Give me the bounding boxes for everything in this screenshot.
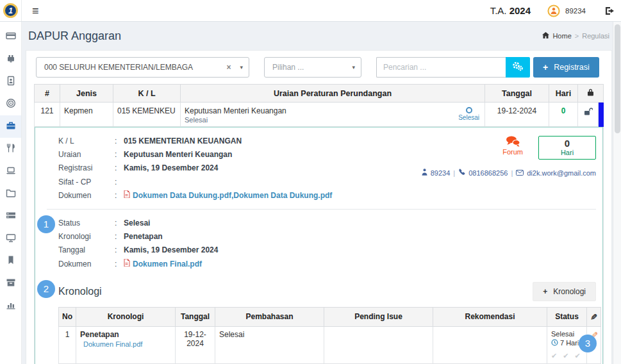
kcol-pembahasan: Pembahasan xyxy=(215,307,324,326)
sidebar-item-laptop[interactable] xyxy=(0,160,21,183)
field-value: Keputusan Menteri Keuangan xyxy=(115,149,232,160)
kcol-tanggal: Tanggal xyxy=(176,307,215,326)
col-jenis: Jenis xyxy=(60,85,113,103)
fiscal-year: T.A. 2024 xyxy=(490,5,531,16)
sidebar-item-file-user[interactable] xyxy=(0,70,21,93)
clock-icon xyxy=(551,339,558,347)
regulasi-table: # Jenis K / L Uraian Peraturan Perundang… xyxy=(34,84,604,364)
chevron-down-icon xyxy=(352,64,355,70)
sidebar-item-monitor[interactable] xyxy=(0,228,21,250)
dokumen-link[interactable]: Dokumen Data Dukung.pdf,Dokumen Data Duk… xyxy=(133,190,332,201)
scrollbar-thumb[interactable] xyxy=(615,24,620,133)
table-header-row: # Jenis K / L Uraian Peraturan Perundang… xyxy=(35,85,604,103)
row-status-indicator: Selesai xyxy=(458,106,481,124)
gears-icon xyxy=(512,62,524,73)
pilihan-select[interactable]: Pilihan ... xyxy=(264,57,361,78)
content-card: 000 SELURUH KEMENTERIAN/LEMBAGA Pilihan … xyxy=(26,50,612,364)
k-nama: Penetapan xyxy=(80,330,119,339)
scrollbar[interactable] xyxy=(613,22,621,364)
sidebar-item-folder[interactable] xyxy=(0,183,21,205)
dokumen-final-link[interactable]: Dokumen Final.pdf xyxy=(133,259,202,269)
field-value: Dokumen Data Dukung.pdf,Dokumen Data Duk… xyxy=(115,190,332,201)
laptop-icon xyxy=(6,165,16,178)
field-value: Selesai xyxy=(115,218,150,228)
k-no: 1 xyxy=(59,326,76,363)
breadcrumb-separator: > xyxy=(575,32,579,40)
contact-separator: | xyxy=(511,169,513,177)
sidebar-item-archive[interactable] xyxy=(0,272,21,295)
lock-icon xyxy=(587,89,594,98)
detail-fields: K / L015 KEMENTERIAN KEUANGAN UraianKepu… xyxy=(58,136,397,204)
contact-separator: | xyxy=(453,169,455,177)
row-tanggal: 19-12-2024 xyxy=(485,103,549,127)
registrasi-button[interactable]: Registrasi xyxy=(533,57,599,78)
fiscal-year-value: 2024 xyxy=(509,5,531,16)
hari-label: Hari xyxy=(539,149,595,156)
user-coin-icon[interactable] xyxy=(547,4,560,17)
annotation-circle-1: 1 xyxy=(37,215,55,233)
app-logo[interactable]: 1 xyxy=(0,0,22,21)
k-rekomendasi xyxy=(433,326,547,363)
pilihan-select-placeholder: Pilihan ... xyxy=(272,63,304,72)
check-icon xyxy=(563,352,568,360)
row-jenis: Kepmen xyxy=(60,103,113,127)
sidebar-item-utensils[interactable] xyxy=(0,138,21,160)
briefcase-icon xyxy=(6,120,16,133)
main-content: DAPUR Anggaran Home > Regulasi 000 SELUR… xyxy=(22,22,621,364)
sidebar-item-bookmark[interactable] xyxy=(0,250,21,272)
contact-phone[interactable]: 0816868256 xyxy=(468,169,508,177)
sidebar-item-target[interactable] xyxy=(0,93,21,115)
table-row-121[interactable]: 121 Kepmen 015 KEMENKEU Keputusan Menter… xyxy=(35,103,604,127)
folder-icon xyxy=(6,188,16,201)
contact-email[interactable]: di2k.work@gmail.com xyxy=(527,169,596,177)
k-nama-cell: Penetapan Dokumen Final.pdf xyxy=(76,326,176,363)
forum-button[interactable]: Forum xyxy=(502,136,523,156)
sidebar xyxy=(0,22,22,364)
annotation-circle-2: 2 xyxy=(37,280,55,298)
k-status-cell: Selesai 7 Hari 3 xyxy=(547,326,587,363)
chart-bar-icon xyxy=(6,300,16,313)
utensils-icon xyxy=(6,143,16,156)
breadcrumb-current: Regulasi xyxy=(582,32,609,40)
sidebar-item-briefcase-active[interactable] xyxy=(0,115,21,138)
sidebar-item-list[interactable] xyxy=(0,205,21,228)
search-input[interactable] xyxy=(376,57,506,78)
field-label: Registrasi xyxy=(58,163,115,173)
menu-toggle-icon[interactable] xyxy=(32,5,39,17)
hari-value: 0 xyxy=(539,138,595,149)
card-icon xyxy=(6,31,16,44)
advanced-search-button[interactable] xyxy=(506,57,530,78)
page-title: DAPUR Anggaran xyxy=(28,29,121,43)
kronologi-section: 2 Kronologi Kronologi xyxy=(58,282,596,364)
kl-select-value: 000 SELURUH KEMENTERIAN/LEMBAGA xyxy=(44,63,226,72)
k-pembahasan: Selesai xyxy=(215,326,324,363)
plus-icon xyxy=(543,287,547,296)
k-durasi: 7 Hari xyxy=(560,339,579,347)
breadcrumb: Home > Regulasi xyxy=(542,32,609,40)
field-value: 015 KEMENTERIAN KEUANGAN xyxy=(115,136,242,146)
topbar: 1 T.A. 2024 89234 xyxy=(0,0,621,22)
uraian-title: Keputusan Menteri Keuangan xyxy=(185,106,286,115)
clear-icon[interactable] xyxy=(226,63,231,72)
row-lock[interactable] xyxy=(578,103,599,127)
divider xyxy=(47,209,596,210)
pencil-icon xyxy=(590,312,597,322)
row-uraian: Keputusan Menteri Keuangan Selesai Seles… xyxy=(181,103,485,127)
field-label: Dokumen xyxy=(58,259,115,269)
sidebar-item-chart[interactable] xyxy=(0,295,21,317)
kl-select[interactable]: 000 SELURUH KEMENTERIAN/LEMBAGA xyxy=(36,57,249,78)
field-value: Kamis, 19 Desember 2024 xyxy=(115,245,218,255)
k-dokumen-link[interactable]: Dokumen Final.pdf xyxy=(83,340,142,348)
kcol-pending: Pending Isue xyxy=(324,307,433,326)
field-label: Uraian xyxy=(58,149,115,160)
sidebar-item-card[interactable] xyxy=(0,26,21,48)
sidebar-item-plug[interactable] xyxy=(0,48,21,70)
fiscal-year-label: T.A. xyxy=(490,5,507,16)
filter-bar: 000 SELURUH KEMENTERIAN/LEMBAGA Pilihan … xyxy=(36,57,602,78)
row-kl: 015 KEMENKEU xyxy=(113,103,181,127)
add-kronologi-button[interactable]: Kronologi xyxy=(533,282,596,301)
logout-icon[interactable] xyxy=(605,6,615,15)
breadcrumb-home[interactable]: Home xyxy=(552,32,571,40)
kcol-status: Status xyxy=(547,307,587,326)
col-lock xyxy=(578,85,604,103)
